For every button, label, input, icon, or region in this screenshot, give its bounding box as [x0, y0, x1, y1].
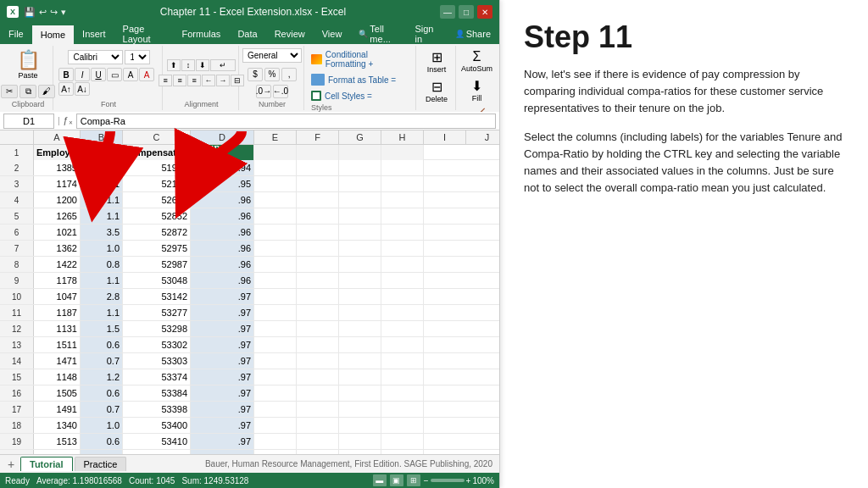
- cell-b5[interactable]: 1.1: [81, 208, 123, 224]
- cell-b2[interactable]: 0.9: [81, 160, 123, 175]
- italic-button[interactable]: I: [75, 68, 90, 81]
- sheet-tab-tutorial[interactable]: Tutorial: [20, 457, 73, 471]
- font-name-select[interactable]: Calibri: [68, 50, 123, 64]
- cell-d7[interactable]: .96: [191, 241, 254, 256]
- cell-a7[interactable]: 1362: [34, 241, 81, 256]
- underline-button[interactable]: U: [91, 68, 106, 81]
- cell-c15[interactable]: 53374: [123, 369, 191, 385]
- currency-button[interactable]: $: [248, 68, 263, 81]
- tab-view[interactable]: View: [314, 24, 351, 44]
- cell-d18[interactable]: .97: [191, 418, 254, 433]
- increase-font-button[interactable]: A↑: [58, 82, 74, 96]
- comma-button[interactable]: ,: [281, 68, 297, 81]
- normal-view-button[interactable]: ▬: [373, 474, 387, 486]
- cell-b6[interactable]: 3.5: [81, 225, 123, 240]
- cell-d17[interactable]: .97: [191, 402, 254, 417]
- cell-a6[interactable]: 1021: [34, 225, 81, 240]
- cell-d4[interactable]: .96: [191, 192, 254, 208]
- cell-c7[interactable]: 52975: [123, 241, 191, 256]
- cell-a19[interactable]: 1513: [34, 434, 81, 449]
- page-break-view-button[interactable]: ⊞: [407, 474, 420, 486]
- tab-share[interactable]: 👤Share: [447, 24, 499, 44]
- formula-input[interactable]: [76, 114, 496, 129]
- add-sheet-button[interactable]: +: [3, 457, 19, 472]
- cell-d11[interactable]: .97: [191, 305, 254, 320]
- cell-c13[interactable]: 53302: [123, 337, 191, 352]
- cell-d8[interactable]: .96: [191, 257, 254, 272]
- cell-d3[interactable]: .95: [191, 176, 254, 191]
- quick-access-redo[interactable]: ↪: [50, 7, 58, 18]
- number-format-select[interactable]: General: [242, 48, 302, 63]
- cell-d6[interactable]: .96: [191, 225, 254, 240]
- tab-insert[interactable]: Insert: [74, 24, 114, 44]
- col-header-c[interactable]: C: [123, 130, 191, 144]
- cell-b18[interactable]: 1.0: [81, 418, 123, 433]
- cell-a3[interactable]: 1174: [34, 176, 81, 191]
- cell-b3[interactable]: 1.1: [81, 176, 123, 191]
- cell-b10[interactable]: 2.8: [81, 289, 123, 304]
- paste-button[interactable]: 📋 Paste: [14, 47, 43, 81]
- cell-a4[interactable]: 1200: [34, 192, 81, 208]
- decrease-indent-button[interactable]: ←: [202, 75, 215, 86]
- page-layout-view-button[interactable]: ▣: [390, 474, 403, 486]
- cell-a5[interactable]: 1265: [34, 208, 81, 224]
- tab-file[interactable]: File: [0, 24, 32, 44]
- insert-button[interactable]: ⊞ Insert: [424, 47, 450, 75]
- font-color-button[interactable]: A: [139, 68, 154, 81]
- cell-b17[interactable]: 0.7: [81, 402, 123, 417]
- align-center-button[interactable]: ≡: [173, 75, 186, 86]
- cell-d9[interactable]: .96: [191, 273, 254, 288]
- minimize-button[interactable]: —: [440, 5, 455, 19]
- cell-styles-button[interactable]: Cell Styles =: [311, 90, 410, 102]
- decrease-decimal-button[interactable]: ←.0: [273, 85, 288, 98]
- wrap-text-button[interactable]: ↵: [210, 59, 236, 71]
- increase-decimal-button[interactable]: .0→: [256, 85, 271, 98]
- close-button[interactable]: ✕: [477, 5, 492, 19]
- align-left-button[interactable]: ≡: [159, 75, 172, 86]
- cell-c6[interactable]: 52872: [123, 225, 191, 240]
- cell-d12[interactable]: .97: [191, 321, 254, 336]
- function-icon[interactable]: ƒₓ: [64, 115, 73, 126]
- quick-access-undo[interactable]: ↩: [39, 7, 47, 18]
- tab-data[interactable]: Data: [229, 24, 265, 44]
- cell-c18[interactable]: 53400: [123, 418, 191, 433]
- decrease-font-button[interactable]: A↓: [75, 82, 90, 96]
- delete-button[interactable]: ⊟ Delete: [422, 77, 451, 105]
- bold-button[interactable]: B: [58, 68, 74, 81]
- increase-indent-button[interactable]: →: [216, 75, 230, 86]
- quick-access-save[interactable]: 💾: [24, 7, 36, 18]
- tab-sign-in[interactable]: Sign in: [406, 24, 446, 44]
- cut-button[interactable]: ✂: [1, 85, 18, 98]
- cell-a18[interactable]: 1340: [34, 418, 81, 433]
- format-painter-button[interactable]: 🖌: [38, 85, 55, 98]
- col-header-a[interactable]: A: [34, 130, 81, 144]
- cell-a8[interactable]: 1422: [34, 257, 81, 272]
- cell-b13[interactable]: 0.6: [81, 337, 123, 352]
- cell-a15[interactable]: 1148: [34, 369, 81, 385]
- col-header-d[interactable]: D: [191, 130, 254, 144]
- cell-a17[interactable]: 1491: [34, 402, 81, 417]
- cell-a14[interactable]: 1471: [34, 353, 81, 369]
- format-as-table-button[interactable]: Format as Table =: [311, 73, 410, 86]
- col-header-h[interactable]: H: [381, 130, 424, 144]
- cell-c5[interactable]: 52852: [123, 208, 191, 224]
- cell-c9[interactable]: 53048: [123, 273, 191, 288]
- cell-b14[interactable]: 0.7: [81, 353, 123, 369]
- align-right-button[interactable]: ≡: [187, 75, 201, 86]
- cell-b1[interactable]: Tenure: [81, 145, 123, 160]
- cell-a12[interactable]: 1131: [34, 321, 81, 336]
- cell-d1[interactable]: Compa-Ratio: [191, 145, 254, 160]
- font-size-select[interactable]: 11: [125, 50, 150, 64]
- cell-c1[interactable]: Compensation: [123, 145, 191, 160]
- cell-c3[interactable]: 52188: [123, 176, 191, 191]
- cell-c16[interactable]: 53384: [123, 385, 191, 401]
- fill-color-button[interactable]: A: [123, 68, 138, 81]
- align-bottom-button[interactable]: ⬇: [196, 59, 209, 71]
- border-button[interactable]: ▭: [107, 68, 122, 81]
- cell-c11[interactable]: 53277: [123, 305, 191, 320]
- percent-button[interactable]: %: [264, 68, 280, 81]
- zoom-control[interactable]: − + 100%: [424, 476, 494, 485]
- cell-a1[interactable]: EmployeeID: [34, 145, 81, 160]
- cell-b8[interactable]: 0.8: [81, 257, 123, 272]
- fill-button[interactable]: ⬇ Fill: [468, 76, 486, 104]
